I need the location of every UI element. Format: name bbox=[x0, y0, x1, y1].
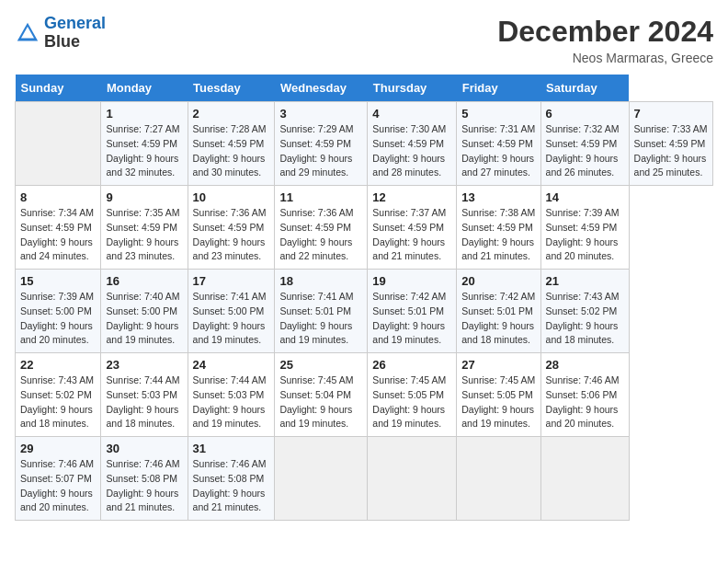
day-number: 7 bbox=[634, 107, 708, 121]
calendar-day-cell: 17Sunrise: 7:41 AMSunset: 5:00 PMDayligh… bbox=[188, 270, 275, 353]
month-title: December 2024 bbox=[497, 15, 713, 49]
day-number: 13 bbox=[461, 190, 535, 204]
calendar-day-cell: 3Sunrise: 7:29 AMSunset: 4:59 PMDaylight… bbox=[275, 102, 368, 186]
day-detail: Sunrise: 7:46 AMSunset: 5:07 PMDaylight:… bbox=[20, 457, 96, 515]
weekday-header: Sunday bbox=[16, 75, 101, 102]
calendar-day-cell: 2Sunrise: 7:28 AMSunset: 4:59 PMDaylight… bbox=[188, 102, 275, 186]
day-detail: Sunrise: 7:40 AMSunset: 5:00 PMDaylight:… bbox=[106, 290, 182, 348]
calendar-day-cell: 30Sunrise: 7:46 AMSunset: 5:08 PMDayligh… bbox=[101, 437, 188, 521]
day-number: 26 bbox=[372, 358, 451, 372]
calendar-day-cell: 27Sunrise: 7:45 AMSunset: 5:05 PMDayligh… bbox=[457, 353, 540, 437]
day-number: 28 bbox=[546, 358, 624, 372]
calendar-day-cell bbox=[540, 437, 629, 521]
calendar-day-cell: 22Sunrise: 7:43 AMSunset: 5:02 PMDayligh… bbox=[16, 353, 101, 437]
day-number: 12 bbox=[372, 190, 451, 204]
calendar-day-cell: 7Sunrise: 7:33 AMSunset: 4:59 PMDaylight… bbox=[629, 102, 712, 186]
day-number: 14 bbox=[546, 190, 624, 204]
day-number: 1 bbox=[106, 107, 182, 121]
weekday-header: Friday bbox=[457, 75, 540, 102]
calendar-day-cell bbox=[275, 437, 368, 521]
day-detail: Sunrise: 7:29 AMSunset: 4:59 PMDaylight:… bbox=[279, 122, 362, 180]
day-number: 17 bbox=[193, 274, 270, 288]
calendar-day-cell: 9Sunrise: 7:35 AMSunset: 4:59 PMDaylight… bbox=[101, 186, 188, 270]
calendar-day-cell: 24Sunrise: 7:44 AMSunset: 5:03 PMDayligh… bbox=[188, 353, 275, 437]
day-detail: Sunrise: 7:30 AMSunset: 4:59 PMDaylight:… bbox=[372, 122, 451, 180]
day-number: 3 bbox=[279, 107, 362, 121]
day-detail: Sunrise: 7:28 AMSunset: 4:59 PMDaylight:… bbox=[193, 122, 270, 180]
day-detail: Sunrise: 7:44 AMSunset: 5:03 PMDaylight:… bbox=[193, 373, 270, 431]
calendar-day-cell: 21Sunrise: 7:43 AMSunset: 5:02 PMDayligh… bbox=[540, 270, 629, 353]
day-number: 29 bbox=[20, 442, 96, 455]
day-number: 27 bbox=[461, 358, 535, 372]
day-detail: Sunrise: 7:41 AMSunset: 5:01 PMDaylight:… bbox=[279, 290, 362, 348]
day-detail: Sunrise: 7:42 AMSunset: 5:01 PMDaylight:… bbox=[372, 290, 451, 348]
calendar-day-cell: 19Sunrise: 7:42 AMSunset: 5:01 PMDayligh… bbox=[368, 270, 457, 353]
day-detail: Sunrise: 7:38 AMSunset: 4:59 PMDaylight:… bbox=[461, 206, 535, 264]
day-detail: Sunrise: 7:34 AMSunset: 4:59 PMDaylight:… bbox=[20, 206, 96, 264]
day-number: 2 bbox=[193, 107, 270, 121]
weekday-header: Thursday bbox=[368, 75, 457, 102]
calendar-day-cell: 5Sunrise: 7:31 AMSunset: 4:59 PMDaylight… bbox=[457, 102, 540, 186]
day-number: 6 bbox=[546, 107, 624, 121]
day-number: 21 bbox=[546, 274, 624, 288]
calendar-day-cell: 16Sunrise: 7:40 AMSunset: 5:00 PMDayligh… bbox=[101, 270, 188, 353]
day-number: 24 bbox=[193, 358, 270, 372]
day-detail: Sunrise: 7:39 AMSunset: 4:59 PMDaylight:… bbox=[546, 206, 624, 264]
calendar-week-row: 15Sunrise: 7:39 AMSunset: 5:00 PMDayligh… bbox=[16, 270, 713, 353]
day-number: 15 bbox=[20, 274, 96, 288]
weekday-header-row: SundayMondayTuesdayWednesdayThursdayFrid… bbox=[16, 75, 713, 102]
calendar-week-row: 1Sunrise: 7:27 AMSunset: 4:59 PMDaylight… bbox=[16, 102, 713, 186]
calendar-day-cell: 13Sunrise: 7:38 AMSunset: 4:59 PMDayligh… bbox=[457, 186, 540, 270]
day-detail: Sunrise: 7:37 AMSunset: 4:59 PMDaylight:… bbox=[372, 206, 451, 264]
day-number: 4 bbox=[372, 107, 451, 121]
day-detail: Sunrise: 7:32 AMSunset: 4:59 PMDaylight:… bbox=[546, 122, 624, 180]
calendar-day-cell: 26Sunrise: 7:45 AMSunset: 5:05 PMDayligh… bbox=[368, 353, 457, 437]
weekday-header: Monday bbox=[101, 75, 188, 102]
calendar-day-cell bbox=[457, 437, 540, 521]
day-detail: Sunrise: 7:36 AMSunset: 4:59 PMDaylight:… bbox=[193, 206, 270, 264]
day-number: 23 bbox=[106, 358, 182, 372]
calendar-table: SundayMondayTuesdayWednesdayThursdayFrid… bbox=[15, 75, 713, 521]
calendar-day-cell: 18Sunrise: 7:41 AMSunset: 5:01 PMDayligh… bbox=[275, 270, 368, 353]
day-detail: Sunrise: 7:42 AMSunset: 5:01 PMDaylight:… bbox=[461, 290, 535, 348]
day-number: 19 bbox=[372, 274, 451, 288]
day-number: 5 bbox=[461, 107, 535, 121]
day-detail: Sunrise: 7:35 AMSunset: 4:59 PMDaylight:… bbox=[106, 206, 182, 264]
calendar-day-cell: 4Sunrise: 7:30 AMSunset: 4:59 PMDaylight… bbox=[368, 102, 457, 186]
day-number: 20 bbox=[461, 274, 535, 288]
weekday-header: Saturday bbox=[540, 75, 629, 102]
day-number: 31 bbox=[193, 442, 270, 455]
location: Neos Marmaras, Greece bbox=[497, 51, 713, 65]
day-detail: Sunrise: 7:43 AMSunset: 5:02 PMDaylight:… bbox=[20, 373, 96, 431]
day-detail: Sunrise: 7:41 AMSunset: 5:00 PMDaylight:… bbox=[193, 290, 270, 348]
logo-icon bbox=[15, 20, 40, 46]
day-detail: Sunrise: 7:44 AMSunset: 5:03 PMDaylight:… bbox=[106, 373, 182, 431]
calendar-day-cell: 28Sunrise: 7:46 AMSunset: 5:06 PMDayligh… bbox=[540, 353, 629, 437]
calendar-day-cell: 23Sunrise: 7:44 AMSunset: 5:03 PMDayligh… bbox=[101, 353, 188, 437]
day-number: 8 bbox=[20, 190, 96, 204]
calendar-day-cell bbox=[368, 437, 457, 521]
weekday-header: Wednesday bbox=[275, 75, 368, 102]
day-detail: Sunrise: 7:46 AMSunset: 5:08 PMDaylight:… bbox=[193, 457, 270, 515]
calendar-week-row: 29Sunrise: 7:46 AMSunset: 5:07 PMDayligh… bbox=[16, 437, 713, 521]
day-number: 16 bbox=[106, 274, 182, 288]
day-detail: Sunrise: 7:39 AMSunset: 5:00 PMDaylight:… bbox=[20, 290, 96, 348]
day-detail: Sunrise: 7:43 AMSunset: 5:02 PMDaylight:… bbox=[546, 290, 624, 348]
calendar-day-cell: 12Sunrise: 7:37 AMSunset: 4:59 PMDayligh… bbox=[368, 186, 457, 270]
calendar-day-cell: 25Sunrise: 7:45 AMSunset: 5:04 PMDayligh… bbox=[275, 353, 368, 437]
calendar-day-cell bbox=[16, 102, 101, 186]
calendar-week-row: 8Sunrise: 7:34 AMSunset: 4:59 PMDaylight… bbox=[16, 186, 713, 270]
day-detail: Sunrise: 7:45 AMSunset: 5:04 PMDaylight:… bbox=[279, 373, 362, 431]
calendar-day-cell: 29Sunrise: 7:46 AMSunset: 5:07 PMDayligh… bbox=[16, 437, 101, 521]
day-number: 25 bbox=[279, 358, 362, 372]
calendar-day-cell: 15Sunrise: 7:39 AMSunset: 5:00 PMDayligh… bbox=[16, 270, 101, 353]
day-number: 30 bbox=[106, 442, 182, 455]
day-number: 18 bbox=[279, 274, 362, 288]
weekday-header: Tuesday bbox=[188, 75, 275, 102]
calendar-day-cell: 1Sunrise: 7:27 AMSunset: 4:59 PMDaylight… bbox=[101, 102, 188, 186]
logo-text: General Blue bbox=[44, 15, 106, 52]
day-detail: Sunrise: 7:31 AMSunset: 4:59 PMDaylight:… bbox=[461, 122, 535, 180]
logo: General Blue bbox=[15, 15, 106, 52]
day-number: 10 bbox=[193, 190, 270, 204]
day-detail: Sunrise: 7:27 AMSunset: 4:59 PMDaylight:… bbox=[106, 122, 182, 180]
